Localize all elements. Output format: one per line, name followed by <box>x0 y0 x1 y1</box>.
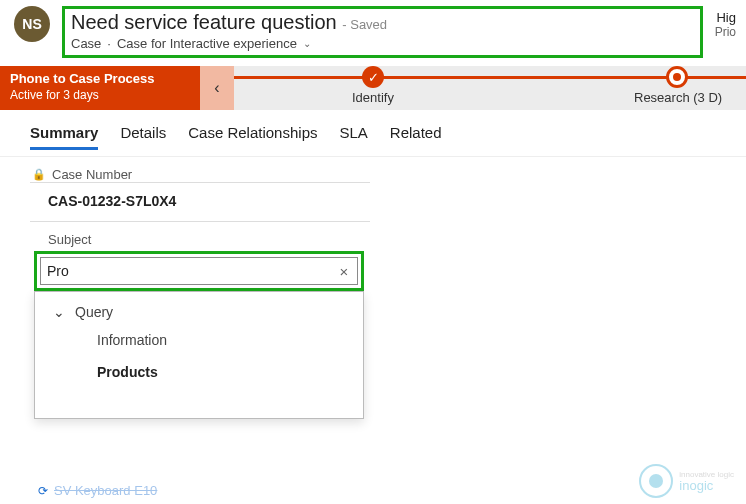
record-title: Need service feature question - Saved <box>71 11 692 34</box>
bpf-track: ✓ Identify Research (3 D) <box>234 66 746 110</box>
tab-related[interactable]: Related <box>390 124 442 150</box>
dropdown-group-row[interactable]: ⌄ Query <box>35 298 363 324</box>
bpf-stage-research-node[interactable] <box>666 66 688 88</box>
case-number-value: CAS-01232-S7L0X4 <box>30 183 370 222</box>
header-field: Hig Prio <box>715 6 736 39</box>
form-tabs: Summary Details Case Relationships SLA R… <box>0 110 746 150</box>
tab-relationships[interactable]: Case Relationships <box>188 124 317 150</box>
tab-details[interactable]: Details <box>120 124 166 150</box>
entity-name: Case <box>71 36 101 51</box>
dropdown-item-products[interactable]: Products <box>35 356 363 388</box>
bpf-name: Phone to Case Process <box>10 71 190 88</box>
lock-icon: 🔒 <box>32 168 46 181</box>
title-highlight-box: Need service feature question - Saved Ca… <box>62 6 703 58</box>
case-number-label-row: 🔒 Case Number <box>30 163 370 183</box>
subject-dropdown: ⌄ Query Information Products <box>34 291 364 419</box>
tab-sla[interactable]: SLA <box>339 124 367 150</box>
dropdown-group-label: Query <box>75 304 113 320</box>
bpf-duration: Active for 3 days <box>10 88 190 104</box>
saved-indicator: - Saved <box>342 17 387 32</box>
header-field-value: Prio <box>715 25 736 39</box>
header-field-label: Hig <box>715 10 736 25</box>
watermark-logo: innovative logic inogic <box>639 464 734 498</box>
subject-input-wrapper: × <box>40 257 358 285</box>
logo-icon <box>639 464 673 498</box>
clear-icon[interactable]: × <box>331 263 357 280</box>
bpf-back-button[interactable]: ‹ <box>200 66 234 110</box>
related-record-text: SV Keyboard E10 <box>54 483 157 498</box>
logo-text: innovative logic inogic <box>679 471 734 492</box>
form-body: 🔒 Case Number CAS-01232-S7L0X4 Subject ×… <box>0 156 746 419</box>
bpf-stage-identify-label: Identify <box>352 90 394 105</box>
bpf-active-stage[interactable]: Phone to Case Process Active for 3 days <box>0 66 200 110</box>
record-subtitle: Case · Case for Interactive experience ⌄ <box>71 36 692 51</box>
dropdown-item-information[interactable]: Information <box>35 324 363 356</box>
bpf-stage-identify-node[interactable]: ✓ <box>362 66 384 88</box>
subject-label: Subject <box>30 222 370 251</box>
subject-input[interactable] <box>41 263 331 279</box>
link-icon: ⟳ <box>38 484 48 498</box>
owner-avatar: NS <box>14 6 50 42</box>
dot-separator: · <box>107 36 111 51</box>
subject-highlight-box: × <box>34 251 364 291</box>
case-number-label: Case Number <box>52 167 132 182</box>
tab-summary[interactable]: Summary <box>30 124 98 150</box>
record-title-text: Need service feature question <box>71 11 337 33</box>
record-header: NS Need service feature question - Saved… <box>0 0 746 66</box>
bpf-stage-research-label: Research (3 D) <box>634 90 722 105</box>
form-selector[interactable]: Case for Interactive experience <box>117 36 297 51</box>
chevron-down-icon[interactable]: ⌄ <box>303 38 311 49</box>
business-process-flow: Phone to Case Process Active for 3 days … <box>0 66 746 110</box>
related-record-link[interactable]: ⟳ SV Keyboard E10 <box>38 483 157 498</box>
chevron-down-icon: ⌄ <box>53 304 65 320</box>
case-number-field: 🔒 Case Number CAS-01232-S7L0X4 Subject ×… <box>30 157 370 419</box>
